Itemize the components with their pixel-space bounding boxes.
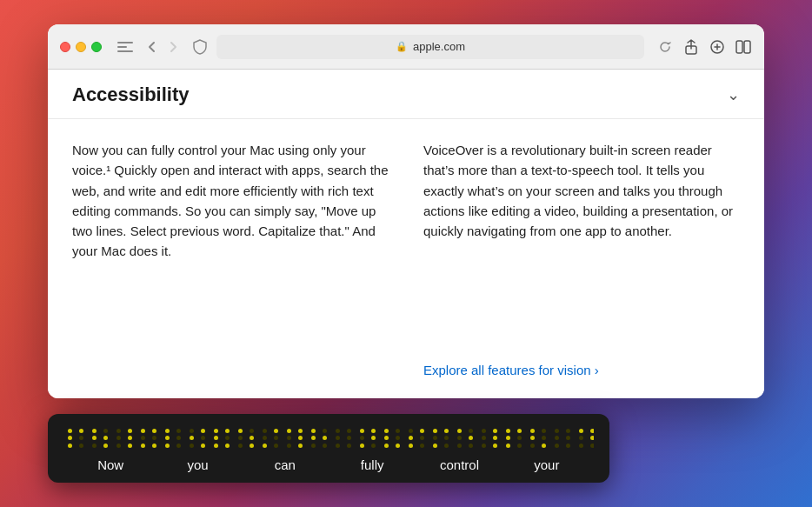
nav-buttons bbox=[142, 37, 183, 57]
tabs-button[interactable] bbox=[735, 38, 752, 56]
chevron-down-icon[interactable]: ⌄ bbox=[727, 85, 740, 104]
new-tab-button[interactable] bbox=[709, 38, 726, 56]
braille-cell bbox=[429, 426, 453, 450]
browser-window: 🔒 apple.com bbox=[48, 24, 764, 398]
shield-icon bbox=[192, 39, 208, 55]
braille-cell bbox=[307, 426, 331, 450]
braille-cell bbox=[331, 426, 356, 450]
forward-button[interactable] bbox=[164, 37, 183, 57]
lock-icon: 🔒 bbox=[396, 41, 408, 52]
braille-cell bbox=[210, 426, 234, 450]
right-column: VoiceOver is a revolutionary built-in sc… bbox=[423, 140, 740, 377]
right-body-text: VoiceOver is a revolutionary built-in sc… bbox=[423, 140, 740, 241]
braille-word-label: your bbox=[503, 457, 590, 472]
toolbar-right bbox=[682, 38, 752, 56]
braille-cell bbox=[477, 426, 502, 450]
braille-cell bbox=[88, 426, 112, 450]
svg-rect-3 bbox=[744, 41, 750, 53]
braille-cell bbox=[380, 426, 404, 450]
braille-cell bbox=[112, 426, 136, 450]
close-button[interactable] bbox=[60, 42, 70, 52]
braille-cell bbox=[356, 426, 380, 450]
braille-cell bbox=[161, 426, 185, 450]
braille-cell bbox=[234, 426, 258, 450]
braille-cell bbox=[283, 426, 307, 450]
braille-cell bbox=[526, 426, 550, 450]
maximize-button[interactable] bbox=[91, 42, 102, 52]
braille-word-label: can bbox=[242, 457, 329, 472]
braille-cell bbox=[453, 426, 477, 450]
svg-rect-2 bbox=[736, 41, 742, 53]
left-column: Now you can fully control your Mac using… bbox=[72, 140, 389, 377]
content-area: Accessibility ⌄ Now you can fully contro… bbox=[48, 70, 764, 398]
sidebar-toggle-button[interactable] bbox=[117, 41, 133, 53]
braille-dots-row bbox=[63, 426, 594, 450]
braille-cell bbox=[550, 426, 575, 450]
braille-cell bbox=[185, 426, 210, 450]
section-header: Accessibility ⌄ bbox=[48, 70, 764, 119]
braille-display: Nowyoucanfullycontrolyour bbox=[48, 414, 609, 483]
minimize-button[interactable] bbox=[76, 42, 86, 52]
braille-cell bbox=[136, 426, 161, 450]
back-button[interactable] bbox=[142, 37, 161, 57]
braille-word-label: fully bbox=[329, 457, 416, 472]
left-body-text: Now you can fully control your Mac using… bbox=[72, 140, 389, 262]
address-text: apple.com bbox=[413, 40, 465, 53]
braille-word-label: you bbox=[154, 457, 241, 472]
braille-word-label: Now bbox=[67, 457, 154, 472]
braille-word-label: control bbox=[416, 457, 503, 472]
braille-cell bbox=[63, 426, 88, 450]
address-bar[interactable]: 🔒 apple.com bbox=[216, 35, 644, 59]
braille-words-row: Nowyoucanfullycontrolyour bbox=[63, 457, 594, 472]
braille-cell bbox=[575, 426, 594, 450]
braille-cell bbox=[502, 426, 526, 450]
section-title: Accessibility bbox=[72, 83, 190, 106]
traffic-lights bbox=[60, 42, 102, 52]
title-bar: 🔒 apple.com bbox=[48, 24, 764, 70]
explore-features-link[interactable]: Explore all features for vision › bbox=[423, 363, 599, 377]
braille-cell bbox=[404, 426, 429, 450]
two-column-content: Now you can fully control your Mac using… bbox=[48, 119, 764, 398]
braille-cell bbox=[258, 426, 283, 450]
refresh-button[interactable] bbox=[656, 38, 674, 56]
share-button[interactable] bbox=[682, 38, 700, 56]
